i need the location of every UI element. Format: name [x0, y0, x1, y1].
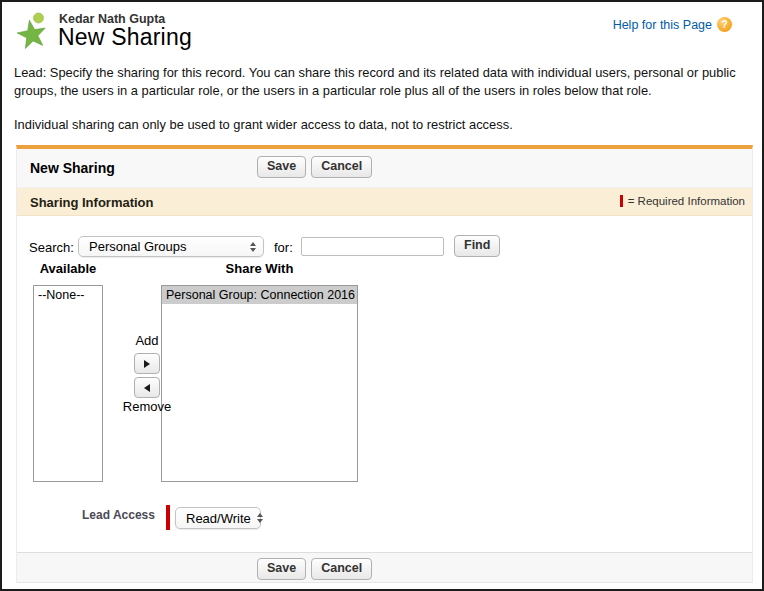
list-item[interactable]: --None--	[34, 286, 102, 304]
description-paragraph-1: Lead: Specify the sharing for this recor…	[14, 64, 756, 101]
sharing-information-bar: Sharing Information = Required Informati…	[17, 188, 752, 216]
find-button[interactable]: Find	[454, 235, 500, 257]
share-with-label: Share With	[161, 261, 358, 276]
section-header: New Sharing Save Cancel	[17, 149, 752, 188]
share-with-listbox[interactable]: Personal Group: Connection 2016	[161, 285, 358, 482]
lead-icon	[14, 11, 52, 51]
page-title: New Sharing	[58, 24, 192, 51]
lead-access-label: Lead Access	[82, 508, 155, 522]
section-title: New Sharing	[30, 160, 115, 176]
search-category-select[interactable]: Personal Groups	[78, 236, 264, 257]
save-button[interactable]: Save	[257, 156, 306, 178]
required-legend: = Required Information	[620, 195, 745, 207]
footer-button-group: Save Cancel	[257, 558, 372, 580]
help-question-icon[interactable]: ?	[717, 17, 732, 32]
required-marker-icon	[620, 195, 623, 207]
required-legend-text: = Required Information	[628, 195, 745, 207]
search-input[interactable]	[301, 237, 444, 256]
available-listbox[interactable]: --None--	[33, 285, 103, 482]
select-stepper-icon	[257, 513, 263, 523]
lead-access-value: Read/Write	[186, 511, 251, 526]
subsection-title: Sharing Information	[30, 195, 154, 210]
help-for-this-page[interactable]: Help for this Page ?	[613, 17, 732, 32]
page-header: Kedar Nath Gupta New Sharing Help for th…	[2, 2, 762, 62]
help-link[interactable]: Help for this Page	[613, 18, 712, 32]
search-label: Search:	[29, 240, 74, 255]
for-label: for:	[274, 240, 293, 255]
add-button[interactable]	[134, 353, 160, 374]
search-category-value: Personal Groups	[89, 239, 187, 254]
section-footer: Save Cancel	[17, 552, 752, 582]
arrow-left-icon	[144, 384, 150, 392]
arrow-right-icon	[144, 360, 150, 368]
lead-access-select[interactable]: Read/Write	[175, 507, 261, 529]
page-description: Lead: Specify the sharing for this recor…	[14, 64, 756, 134]
list-item-selected[interactable]: Personal Group: Connection 2016	[162, 286, 357, 304]
description-paragraph-2: Individual sharing can only be used to g…	[14, 116, 756, 134]
add-label: Add	[121, 333, 173, 348]
cancel-button[interactable]: Cancel	[311, 156, 372, 178]
new-sharing-section: New Sharing Save Cancel Sharing Informat…	[16, 145, 753, 583]
new-sharing-page: Kedar Nath Gupta New Sharing Help for th…	[0, 0, 764, 591]
remove-button[interactable]	[134, 377, 160, 398]
required-marker-icon	[166, 505, 170, 530]
available-label: Available	[33, 261, 103, 276]
header-button-group: Save Cancel	[257, 156, 372, 178]
cancel-button[interactable]: Cancel	[311, 558, 372, 580]
remove-label: Remove	[110, 399, 184, 414]
select-stepper-icon	[250, 242, 256, 252]
sharing-form-body: Search: Personal Groups for: Find Availa…	[17, 216, 752, 552]
save-button[interactable]: Save	[257, 558, 306, 580]
